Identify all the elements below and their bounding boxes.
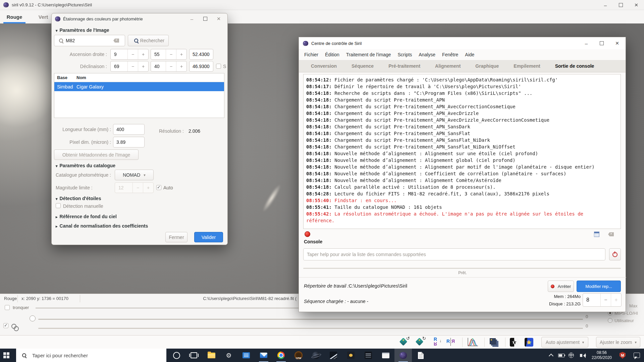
taskbar-file-explorer-icon[interactable] bbox=[203, 349, 220, 362]
menu-dition[interactable]: Édition bbox=[322, 52, 343, 57]
menu-traitement-de-l-image[interactable]: Traitement de l'image bbox=[343, 52, 394, 57]
console-log[interactable]: 08:54:12: Fichier de paramètres chargé :… bbox=[303, 74, 621, 229]
taskbar-cpw-app-icon[interactable]: CPW bbox=[290, 349, 307, 362]
close-icon[interactable] bbox=[212, 13, 225, 24]
taskbar-hive-app-icon[interactable] bbox=[342, 349, 360, 362]
section-star-detection[interactable]: ▾Détection d'étoiles bbox=[56, 196, 101, 201]
auto-magnitude-checkbox[interactable] bbox=[156, 185, 161, 190]
display-mode-utilisateur[interactable]: Utilisateur bbox=[608, 317, 643, 324]
rotate-right-icon[interactable] bbox=[415, 337, 425, 347]
ra-minutes-spinner[interactable]: 55−+ bbox=[151, 49, 187, 60]
taskbar-cortana-icon[interactable] bbox=[168, 349, 185, 362]
maximize-icon[interactable] bbox=[613, 0, 629, 10]
tab-empilement[interactable]: Empilement bbox=[506, 60, 547, 72]
command-button[interactable] bbox=[609, 248, 621, 260]
menu-scripts[interactable]: Scripts bbox=[394, 52, 415, 57]
star-detection-icon[interactable] bbox=[510, 337, 520, 347]
maximize-icon[interactable] bbox=[594, 37, 609, 49]
pixel-size-field[interactable]: 3.89 bbox=[113, 137, 145, 147]
close-icon[interactable] bbox=[629, 0, 644, 10]
image-stack-icon[interactable] bbox=[489, 337, 499, 347]
taskbar-siril-icon[interactable] bbox=[394, 349, 412, 362]
rotate-left-icon[interactable] bbox=[399, 337, 409, 347]
south-checkbox[interactable] bbox=[216, 64, 221, 69]
command-input[interactable] bbox=[303, 248, 605, 260]
taskbar-photo-app-icon[interactable] bbox=[325, 349, 342, 362]
table-row[interactable]: Simbad Cigar Galaxy bbox=[54, 82, 224, 91]
tab-conversion[interactable]: Conversion bbox=[304, 60, 344, 72]
close-button[interactable]: Fermer bbox=[165, 232, 187, 242]
volume-icon[interactable] bbox=[576, 349, 588, 362]
tab-rouge[interactable]: Rouge bbox=[0, 10, 29, 23]
battery-icon[interactable] bbox=[556, 349, 566, 362]
flip-horizontal-icon[interactable]: RЯ bbox=[446, 337, 456, 347]
taskbar-settings-icon[interactable] bbox=[220, 349, 237, 362]
slider-track-low[interactable] bbox=[38, 328, 583, 329]
threads-spinner[interactable]: 8−+ bbox=[583, 293, 622, 307]
apply-button[interactable]: Valider bbox=[194, 232, 223, 242]
column-base[interactable]: Base bbox=[54, 75, 76, 80]
taskbar-mail-icon[interactable] bbox=[255, 349, 272, 362]
tray-chevron-icon[interactable] bbox=[546, 349, 556, 362]
dec-degrees-spinner[interactable]: 69−+ bbox=[110, 61, 149, 72]
tab-s-quence[interactable]: Séquence bbox=[344, 60, 381, 72]
section-sky-background[interactable]: ▸Référence de fond du ciel bbox=[56, 214, 117, 219]
tab-sortie-de-console[interactable]: Sortie de console bbox=[548, 60, 602, 72]
taskbar-chrome-icon[interactable] bbox=[272, 349, 290, 362]
get-metadata-button[interactable]: Obtenir Métadonnées de l'Image bbox=[54, 149, 139, 160]
minimize-icon[interactable] bbox=[598, 0, 613, 10]
histogram-icon[interactable] bbox=[467, 337, 479, 347]
taskbar-task-view-icon[interactable] bbox=[185, 349, 203, 362]
close-icon[interactable] bbox=[609, 37, 625, 49]
clear-input-icon[interactable] bbox=[113, 39, 119, 43]
section-catalog-params[interactable]: ▾Paramètres du catalogue bbox=[56, 163, 115, 168]
section-norm-channel[interactable]: ▸Canal de normalisation des coefficients bbox=[56, 223, 148, 229]
catalog-dropdown[interactable]: NOMAD bbox=[115, 170, 154, 180]
maximize-icon[interactable] bbox=[199, 13, 212, 24]
clear-log-icon[interactable] bbox=[608, 232, 614, 236]
taskbar-search-input[interactable] bbox=[32, 352, 144, 359]
tab-alignement[interactable]: Alignement bbox=[428, 60, 468, 72]
section-image-params[interactable]: ▾Paramètres de l'Image bbox=[56, 27, 109, 33]
focal-length-field[interactable]: 400 bbox=[113, 124, 145, 135]
dec-minutes-spinner[interactable]: 40−+ bbox=[151, 61, 187, 72]
taskbar-window-app-icon[interactable] bbox=[377, 349, 394, 362]
taskbar-document-icon[interactable] bbox=[412, 349, 429, 362]
fit-zoom-dropdown[interactable]: Ajuster le zoom bbox=[596, 337, 640, 348]
modify-workdir-button[interactable]: Modifier rep... bbox=[577, 281, 621, 292]
menu-fichier[interactable]: Fichier bbox=[301, 52, 322, 57]
object-search-field[interactable] bbox=[54, 35, 125, 46]
search-button[interactable]: Rechercher bbox=[128, 35, 169, 46]
ra-hours-spinner[interactable]: 9−+ bbox=[110, 49, 149, 60]
taskbar-office-app-icon[interactable] bbox=[237, 349, 255, 362]
menu-aide[interactable]: Aide bbox=[462, 52, 478, 57]
column-name[interactable]: Nom bbox=[76, 75, 86, 80]
taskbar-planet-app-icon[interactable] bbox=[307, 349, 325, 362]
taskbar-background-app-icon[interactable] bbox=[360, 349, 377, 362]
minimize-icon[interactable] bbox=[185, 13, 199, 24]
menu-fen-tre[interactable]: Fenêtre bbox=[439, 52, 462, 57]
taskbar-clock[interactable]: 08:56 22/05/2020 bbox=[588, 350, 616, 360]
mcafee-icon[interactable]: M bbox=[616, 349, 629, 362]
start-button[interactable] bbox=[0, 349, 16, 362]
tab-pr-traitement[interactable]: Pré-traitement bbox=[381, 60, 428, 72]
taskbar-search[interactable] bbox=[16, 349, 166, 362]
tab-graphique[interactable]: Graphique bbox=[468, 60, 506, 72]
menu-analyse[interactable]: Analyse bbox=[415, 52, 439, 57]
link-sliders-checkbox[interactable] bbox=[3, 323, 8, 328]
auto-adjust-dropdown[interactable]: Auto ajustement bbox=[541, 337, 588, 348]
minimize-icon[interactable] bbox=[579, 37, 594, 49]
search-input[interactable] bbox=[65, 38, 113, 44]
flip-vertical-icon[interactable]: RR bbox=[431, 337, 441, 347]
truncate-checkbox[interactable] bbox=[5, 305, 10, 310]
export-log-icon[interactable] bbox=[594, 232, 599, 237]
network-icon[interactable] bbox=[566, 349, 576, 362]
stop-button[interactable]: Arrêter bbox=[548, 281, 574, 292]
slider-handle[interactable] bbox=[30, 315, 36, 321]
slider-track-high[interactable] bbox=[38, 319, 583, 320]
dec-seconds-field[interactable]: 46.9300 bbox=[189, 61, 213, 72]
ra-seconds-field[interactable]: 52.4300 bbox=[189, 49, 213, 60]
manual-detection-checkbox[interactable] bbox=[56, 203, 61, 208]
action-center-icon[interactable] bbox=[629, 349, 644, 362]
psf-star-icon[interactable] bbox=[525, 337, 535, 347]
